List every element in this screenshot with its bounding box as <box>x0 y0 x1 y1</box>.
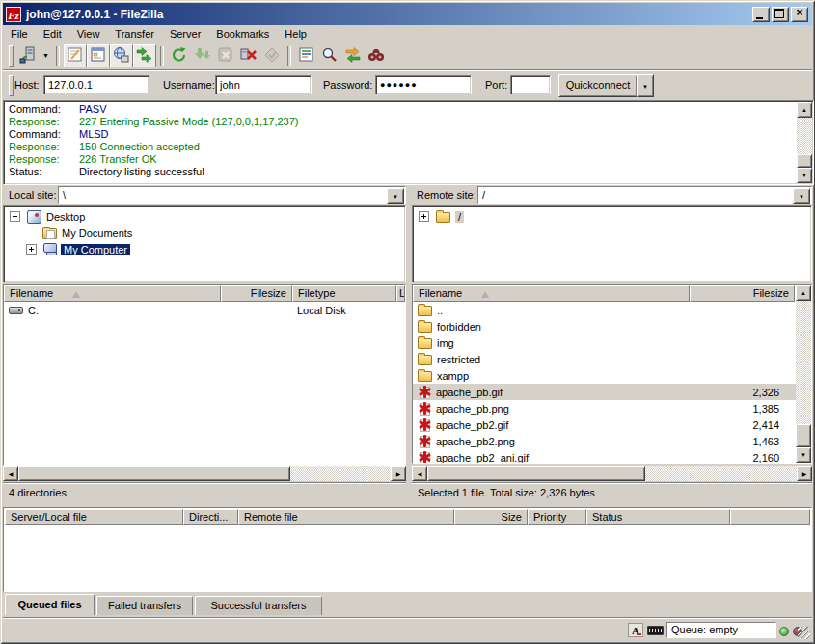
scroll-thumb[interactable] <box>18 466 290 481</box>
file-row[interactable]: apache_pb2.gif2,414 <box>413 416 796 433</box>
menu-file[interactable]: File <box>3 27 36 40</box>
column-header-last-modified[interactable]: L <box>396 285 405 302</box>
scroll-thumb[interactable] <box>796 424 811 447</box>
toggle-local-tree-button[interactable] <box>87 44 110 67</box>
local-site-combobox[interactable]: \ <box>58 186 406 204</box>
synchronize-icon <box>343 45 363 67</box>
file-search-button[interactable] <box>318 44 341 67</box>
toolbar-separator <box>56 46 60 66</box>
binoculars-icon <box>367 45 386 67</box>
tab-queued-files[interactable]: Queued files <box>5 594 95 615</box>
tree-item-my-documents[interactable]: My Documents <box>4 225 405 241</box>
username-label: Username: <box>163 71 215 99</box>
log-scrollbar[interactable] <box>797 102 812 183</box>
quickconnect-dropdown[interactable] <box>637 74 654 97</box>
file-row[interactable]: C: Local Disk <box>4 302 405 318</box>
remote-tree-icon <box>112 45 131 67</box>
directory-listing-filters-button[interactable] <box>295 44 318 67</box>
menu-view[interactable]: View <box>69 27 108 40</box>
resize-grip[interactable] <box>798 627 810 639</box>
tab-failed-transfers[interactable]: Failed transfers <box>96 596 193 615</box>
column-header-filetype[interactable]: Filetype <box>292 285 396 302</box>
minimize-button[interactable] <box>752 7 770 22</box>
remote-vscrollbar[interactable] <box>796 285 811 463</box>
menu-help[interactable]: Help <box>277 27 314 40</box>
toolbar-grip[interactable] <box>9 45 14 67</box>
log-line: Response:227 Entering Passive Mode (127,… <box>6 116 795 128</box>
file-row-selected[interactable]: apache_pb.gif2,326 <box>413 384 796 400</box>
cancel-operation-button[interactable] <box>214 44 237 67</box>
menu-server[interactable]: Server <box>162 27 208 40</box>
file-row[interactable]: apache_pb2_ani.gif2,160 <box>413 449 796 463</box>
column-header-filename[interactable]: Filename <box>4 285 221 302</box>
process-queue-button[interactable] <box>191 44 214 67</box>
scroll-up-button[interactable] <box>796 285 811 301</box>
scroll-up-button[interactable] <box>797 102 812 118</box>
scroll-down-button[interactable] <box>797 168 812 183</box>
password-input[interactable] <box>375 75 472 94</box>
expand-icon[interactable] <box>419 211 429 222</box>
column-header-priority[interactable]: Priority <box>528 509 586 525</box>
find-files-button[interactable] <box>365 44 388 67</box>
log-line: Response:226 Transfer OK <box>6 153 795 166</box>
remote-hscrollbar[interactable] <box>412 466 812 481</box>
port-input[interactable] <box>510 75 551 94</box>
tab-successful-transfers[interactable]: Successful transfers <box>195 596 322 615</box>
toggle-message-log-button[interactable] <box>64 44 87 67</box>
synchronized-browsing-button[interactable] <box>341 44 365 67</box>
reconnect-button[interactable] <box>260 44 284 67</box>
local-site-dropdown[interactable] <box>387 188 404 204</box>
close-button[interactable] <box>791 7 808 22</box>
quickconnect-button[interactable]: Quickconnect <box>558 74 638 97</box>
disconnect-button[interactable] <box>237 44 260 67</box>
queue-list-body[interactable] <box>5 525 810 590</box>
menu-edit[interactable]: Edit <box>36 27 69 40</box>
tree-item-desktop[interactable]: Desktop <box>4 208 405 225</box>
scroll-left-button[interactable] <box>412 466 427 481</box>
quickbar-grip[interactable] <box>9 75 14 96</box>
file-row[interactable]: xampp <box>413 367 796 384</box>
disk-icon <box>9 307 23 314</box>
file-row[interactable]: apache_pb2.png1,463 <box>413 433 796 449</box>
column-header-direction[interactable]: Directi... <box>183 509 238 525</box>
site-manager-dropdown[interactable] <box>40 45 52 67</box>
column-header-filesize[interactable]: Filesize <box>690 285 795 302</box>
titlebar[interactable]: Fz john@127.0.0.1 - FileZilla <box>3 3 812 25</box>
menu-transfer[interactable]: Transfer <box>107 27 162 40</box>
column-header-filesize[interactable]: Filesize <box>221 285 292 302</box>
scroll-thumb[interactable] <box>797 154 812 168</box>
menu-bookmarks[interactable]: Bookmarks <box>208 27 277 40</box>
maximize-button[interactable] <box>772 7 789 22</box>
refresh-button[interactable] <box>168 44 191 67</box>
column-header-status[interactable]: Status <box>586 509 730 525</box>
tree-item-my-computer[interactable]: My Computer <box>4 241 405 257</box>
column-header-server-local-file[interactable]: Server/Local file <box>5 509 183 525</box>
remote-site-dropdown[interactable] <box>793 188 810 204</box>
scroll-right-button[interactable] <box>391 466 406 481</box>
folder-icon <box>418 355 432 365</box>
tree-item-root[interactable]: / <box>413 208 811 225</box>
scroll-right-button[interactable] <box>797 466 812 481</box>
scroll-thumb[interactable] <box>427 466 645 481</box>
scroll-left-button[interactable] <box>3 466 18 481</box>
username-input[interactable] <box>215 75 312 94</box>
file-row[interactable]: apache_pb.png1,385 <box>413 400 796 416</box>
column-header-filename[interactable]: Filename <box>413 285 690 302</box>
column-header-remote-file[interactable]: Remote file <box>238 509 454 525</box>
file-row[interactable]: .. <box>413 302 796 318</box>
expand-icon[interactable] <box>26 244 37 255</box>
toggle-remote-tree-button[interactable] <box>110 44 133 67</box>
column-header-size[interactable]: Size <box>454 509 528 525</box>
file-row[interactable]: restricted <box>413 351 796 367</box>
toggle-transfer-queue-button[interactable] <box>133 44 156 67</box>
toolbar-separator <box>287 46 291 66</box>
collapse-icon[interactable] <box>10 211 20 222</box>
host-input[interactable] <box>43 75 149 94</box>
local-hscrollbar[interactable] <box>3 466 406 481</box>
folder-icon <box>418 371 432 382</box>
scroll-down-button[interactable] <box>796 447 811 463</box>
remote-site-combobox[interactable]: / <box>477 186 812 204</box>
file-row[interactable]: forbidden <box>413 318 796 335</box>
site-manager-button[interactable] <box>16 44 40 67</box>
file-row[interactable]: img <box>413 335 796 351</box>
